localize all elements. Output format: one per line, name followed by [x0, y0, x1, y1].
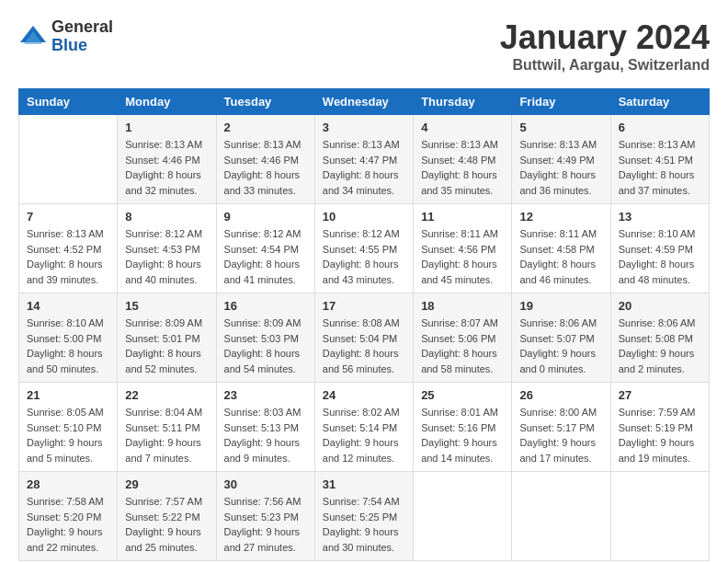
day-number: 3	[323, 121, 405, 134]
title-block: January 2024 Buttwil, Aargau, Switzerlan…	[500, 18, 710, 74]
day-number: 4	[421, 121, 504, 134]
day-info: Sunrise: 8:12 AMSunset: 4:54 PMDaylight:…	[224, 226, 307, 287]
day-info: Sunrise: 8:01 AMSunset: 5:16 PMDaylight:…	[421, 405, 504, 465]
logo-blue-text: Blue	[51, 37, 113, 55]
day-number: 7	[27, 210, 109, 224]
day-cell	[414, 472, 512, 561]
header-row: SundayMondayTuesdayWednesdayThursdayFrid…	[19, 89, 710, 115]
day-cell: 12Sunrise: 8:11 AMSunset: 4:58 PMDayligh…	[512, 204, 610, 293]
day-cell: 9Sunrise: 8:12 AMSunset: 4:54 PMDaylight…	[216, 204, 314, 293]
header-wednesday: Wednesday	[314, 89, 413, 115]
day-cell: 16Sunrise: 8:09 AMSunset: 5:03 PMDayligh…	[216, 293, 314, 383]
header-thursday: Thursday	[414, 89, 512, 115]
week-row-5: 28Sunrise: 7:58 AMSunset: 5:20 PMDayligh…	[19, 472, 710, 561]
day-cell: 20Sunrise: 8:06 AMSunset: 5:08 PMDayligh…	[610, 293, 709, 383]
day-info: Sunrise: 7:58 AMSunset: 5:20 PMDaylight:…	[27, 494, 109, 555]
logo-icon	[18, 24, 48, 50]
day-cell: 3Sunrise: 8:13 AMSunset: 4:47 PMDaylight…	[314, 115, 413, 204]
day-cell: 25Sunrise: 8:01 AMSunset: 5:16 PMDayligh…	[414, 383, 512, 472]
day-cell: 26Sunrise: 8:00 AMSunset: 5:17 PMDayligh…	[512, 383, 610, 472]
day-number: 13	[619, 210, 701, 224]
day-info: Sunrise: 8:13 AMSunset: 4:46 PMDaylight:…	[125, 137, 208, 198]
day-number: 6	[619, 121, 701, 134]
day-cell: 1Sunrise: 8:13 AMSunset: 4:46 PMDaylight…	[118, 115, 216, 204]
day-info: Sunrise: 8:11 AMSunset: 4:56 PMDaylight:…	[421, 226, 504, 287]
day-number: 30	[224, 477, 307, 491]
day-cell: 14Sunrise: 8:10 AMSunset: 5:00 PMDayligh…	[19, 293, 118, 383]
logo-text: General Blue	[51, 18, 113, 55]
day-cell: 30Sunrise: 7:56 AMSunset: 5:23 PMDayligh…	[216, 472, 314, 561]
week-row-1: 1Sunrise: 8:13 AMSunset: 4:46 PMDaylight…	[19, 115, 710, 204]
day-cell: 24Sunrise: 8:02 AMSunset: 5:14 PMDayligh…	[314, 383, 413, 472]
day-number: 5	[519, 121, 602, 134]
day-cell: 5Sunrise: 8:13 AMSunset: 4:49 PMDaylight…	[512, 115, 610, 204]
day-cell: 4Sunrise: 8:13 AMSunset: 4:48 PMDaylight…	[414, 115, 512, 204]
day-number: 1	[125, 121, 208, 134]
day-number: 31	[323, 477, 405, 491]
day-cell: 15Sunrise: 8:09 AMSunset: 5:01 PMDayligh…	[118, 293, 216, 383]
day-info: Sunrise: 8:07 AMSunset: 5:06 PMDaylight:…	[421, 316, 504, 376]
day-cell: 8Sunrise: 8:12 AMSunset: 4:53 PMDaylight…	[118, 204, 216, 293]
day-info: Sunrise: 8:05 AMSunset: 5:10 PMDaylight:…	[27, 405, 109, 465]
header-friday: Friday	[512, 89, 610, 115]
day-cell: 28Sunrise: 7:58 AMSunset: 5:20 PMDayligh…	[19, 472, 118, 561]
day-number: 9	[224, 210, 307, 224]
day-info: Sunrise: 8:04 AMSunset: 5:11 PMDaylight:…	[125, 405, 208, 465]
day-number: 20	[619, 299, 701, 313]
day-info: Sunrise: 8:06 AMSunset: 5:07 PMDaylight:…	[519, 316, 602, 376]
day-cell: 13Sunrise: 8:10 AMSunset: 4:59 PMDayligh…	[610, 204, 709, 293]
day-info: Sunrise: 7:54 AMSunset: 5:25 PMDaylight:…	[323, 494, 405, 555]
day-cell: 11Sunrise: 8:11 AMSunset: 4:56 PMDayligh…	[414, 204, 512, 293]
day-info: Sunrise: 8:13 AMSunset: 4:47 PMDaylight:…	[323, 137, 405, 198]
day-info: Sunrise: 8:10 AMSunset: 5:00 PMDaylight:…	[27, 316, 109, 376]
header-saturday: Saturday	[610, 89, 709, 115]
day-number: 21	[27, 388, 109, 402]
day-number: 15	[125, 299, 208, 313]
day-info: Sunrise: 8:13 AMSunset: 4:51 PMDaylight:…	[619, 137, 701, 198]
day-cell: 2Sunrise: 8:13 AMSunset: 4:46 PMDaylight…	[216, 115, 314, 204]
day-number: 27	[619, 388, 701, 402]
calendar-table: SundayMondayTuesdayWednesdayThursdayFrid…	[18, 88, 710, 561]
day-info: Sunrise: 8:11 AMSunset: 4:58 PMDaylight:…	[519, 226, 602, 287]
day-info: Sunrise: 8:09 AMSunset: 5:01 PMDaylight:…	[125, 316, 208, 376]
day-info: Sunrise: 8:12 AMSunset: 4:55 PMDaylight:…	[323, 226, 405, 287]
day-info: Sunrise: 8:08 AMSunset: 5:04 PMDaylight:…	[323, 316, 405, 376]
location: Buttwil, Aargau, Switzerland	[500, 57, 710, 74]
day-info: Sunrise: 8:03 AMSunset: 5:13 PMDaylight:…	[224, 405, 307, 465]
week-row-2: 7Sunrise: 8:13 AMSunset: 4:52 PMDaylight…	[19, 204, 710, 293]
day-cell	[610, 472, 709, 561]
week-row-4: 21Sunrise: 8:05 AMSunset: 5:10 PMDayligh…	[19, 383, 710, 472]
day-info: Sunrise: 8:00 AMSunset: 5:17 PMDaylight:…	[519, 405, 602, 465]
day-number: 11	[421, 210, 504, 224]
month-title: January 2024	[500, 18, 710, 57]
day-number: 10	[323, 210, 405, 224]
day-info: Sunrise: 8:13 AMSunset: 4:52 PMDaylight:…	[27, 226, 109, 287]
day-info: Sunrise: 8:13 AMSunset: 4:46 PMDaylight:…	[224, 137, 307, 198]
day-number: 17	[323, 299, 405, 313]
day-cell: 29Sunrise: 7:57 AMSunset: 5:22 PMDayligh…	[118, 472, 216, 561]
week-row-3: 14Sunrise: 8:10 AMSunset: 5:00 PMDayligh…	[19, 293, 710, 383]
day-cell: 23Sunrise: 8:03 AMSunset: 5:13 PMDayligh…	[216, 383, 314, 472]
day-number: 12	[519, 210, 602, 224]
day-info: Sunrise: 8:12 AMSunset: 4:53 PMDaylight:…	[125, 226, 208, 287]
day-number: 26	[519, 388, 602, 402]
day-cell: 27Sunrise: 7:59 AMSunset: 5:19 PMDayligh…	[610, 383, 709, 472]
day-cell	[512, 472, 610, 561]
day-cell: 17Sunrise: 8:08 AMSunset: 5:04 PMDayligh…	[314, 293, 413, 383]
day-info: Sunrise: 7:57 AMSunset: 5:22 PMDaylight:…	[125, 494, 208, 555]
day-number: 29	[125, 477, 208, 491]
page-header: General Blue January 2024 Buttwil, Aarga…	[18, 18, 710, 74]
header-monday: Monday	[118, 89, 216, 115]
day-info: Sunrise: 8:09 AMSunset: 5:03 PMDaylight:…	[224, 316, 307, 376]
day-number: 2	[224, 121, 307, 134]
day-number: 24	[323, 388, 405, 402]
day-info: Sunrise: 8:13 AMSunset: 4:49 PMDaylight:…	[519, 137, 602, 198]
day-cell: 10Sunrise: 8:12 AMSunset: 4:55 PMDayligh…	[314, 204, 413, 293]
day-cell: 22Sunrise: 8:04 AMSunset: 5:11 PMDayligh…	[118, 383, 216, 472]
day-number: 18	[421, 299, 504, 313]
day-number: 16	[224, 299, 307, 313]
day-cell: 31Sunrise: 7:54 AMSunset: 5:25 PMDayligh…	[314, 472, 413, 561]
day-cell: 18Sunrise: 8:07 AMSunset: 5:06 PMDayligh…	[414, 293, 512, 383]
day-number: 8	[125, 210, 208, 224]
header-sunday: Sunday	[19, 89, 118, 115]
